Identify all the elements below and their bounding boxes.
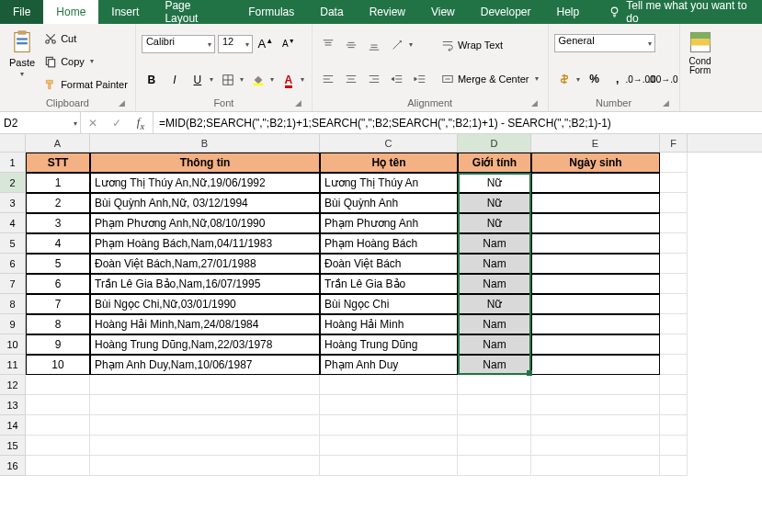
cell-name[interactable]: Hoàng Trung Dũng [320, 334, 458, 355]
decrease-indent-button[interactable] [387, 69, 407, 89]
cell-name[interactable]: Phạm Anh Duy [320, 355, 458, 375]
bold-button[interactable]: B [142, 70, 162, 90]
insert-function-button[interactable]: fx [129, 115, 153, 131]
cell[interactable] [531, 415, 660, 436]
cell-stt[interactable]: 5 [26, 254, 90, 274]
cell[interactable] [660, 254, 688, 274]
cell[interactable] [90, 415, 320, 436]
cell-sex[interactable]: Nam [458, 334, 531, 355]
cell-info[interactable]: Bùi Ngọc Chi,Nữ,03/01/1990 [90, 294, 320, 314]
paste-button[interactable]: Paste ▾ [6, 28, 39, 96]
cell-stt[interactable]: 3 [26, 213, 90, 233]
orientation-button[interactable]: ▾ [387, 35, 415, 55]
borders-button[interactable]: ▾ [218, 70, 245, 90]
row-header[interactable]: 8 [0, 294, 26, 314]
cell[interactable] [660, 274, 688, 294]
cell[interactable] [660, 233, 688, 254]
row-header[interactable]: 7 [0, 274, 26, 294]
cell-sex[interactable]: Nam [458, 233, 531, 254]
cell[interactable] [320, 436, 458, 456]
cell[interactable] [660, 173, 688, 193]
cell-dob[interactable] [531, 233, 660, 254]
align-left-button[interactable] [318, 69, 338, 89]
cell[interactable] [26, 375, 90, 395]
cell-name[interactable]: Phạm Phương Anh [320, 213, 458, 233]
fill-color-button[interactable]: ▾ [248, 70, 276, 90]
row-header[interactable]: 10 [0, 334, 26, 355]
accounting-format-button[interactable]: ▾ [554, 69, 582, 89]
cell-dob[interactable] [531, 355, 660, 375]
font-name-select[interactable]: Calibri▾ [142, 35, 215, 53]
tab-review[interactable]: Review [357, 0, 418, 24]
formula-input[interactable]: =MID(B2;SEARCH(",";B2;1)+1;SEARCH(",";B2… [154, 112, 762, 133]
cell[interactable] [320, 395, 458, 415]
font-size-select[interactable]: 12▾ [218, 35, 253, 53]
wrap-text-button[interactable]: Wrap Text [439, 38, 542, 52]
cancel-formula-button[interactable]: ✕ [81, 117, 105, 130]
tab-file[interactable]: File [0, 0, 43, 24]
cell[interactable] [660, 415, 688, 436]
dialog-launcher-icon[interactable]: ◢ [293, 98, 304, 109]
cell-info[interactable]: Phạm Hoàng Bách,Nam,04/11/1983 [90, 233, 320, 254]
percent-button[interactable]: % [585, 69, 605, 89]
row-header[interactable]: 12 [0, 375, 26, 395]
cell[interactable] [531, 375, 660, 395]
cell[interactable] [320, 456, 458, 476]
format-painter-button[interactable]: Format Painter [42, 77, 130, 92]
cell[interactable] [320, 375, 458, 395]
cell[interactable] [458, 436, 531, 456]
cell[interactable] [90, 395, 320, 415]
tab-formulas[interactable]: Formulas [235, 0, 307, 24]
row-header[interactable]: 16 [0, 456, 26, 476]
cell[interactable] [531, 436, 660, 456]
cell-dob[interactable] [531, 193, 660, 213]
header-gioitinh[interactable]: Giới tính [458, 153, 531, 173]
row-header[interactable]: 6 [0, 254, 26, 274]
decrease-decimal-button[interactable]: .00→.0 [654, 69, 674, 89]
increase-decimal-button[interactable]: .0→.00 [631, 69, 651, 89]
row-header[interactable]: 5 [0, 233, 26, 254]
cell-sex[interactable]: Nữ [458, 294, 531, 314]
cell-name[interactable]: Bùi Ngọc Chi [320, 294, 458, 314]
cell[interactable] [90, 436, 320, 456]
underline-button[interactable]: U▾ [188, 70, 215, 90]
cell-stt[interactable]: 4 [26, 233, 90, 254]
cell[interactable] [660, 314, 688, 334]
header-stt[interactable]: STT [26, 153, 90, 173]
col-header-f[interactable]: F [660, 134, 688, 152]
dialog-launcher-icon[interactable]: ◢ [529, 98, 540, 109]
col-header-c[interactable]: C [320, 134, 458, 152]
cell-sex[interactable]: Nam [458, 314, 531, 334]
cell-name[interactable]: Hoàng Hải Minh [320, 314, 458, 334]
copy-button[interactable]: Copy ▾ [42, 54, 130, 69]
cell-info[interactable]: Lương Thị Thúy An,Nữ,19/06/1992 [90, 173, 320, 193]
decrease-font-button[interactable]: A▼ [279, 34, 299, 54]
cell[interactable] [320, 415, 458, 436]
col-header-e[interactable]: E [531, 134, 660, 152]
cell[interactable] [531, 395, 660, 415]
cell[interactable] [26, 415, 90, 436]
cell[interactable] [660, 395, 688, 415]
row-header[interactable]: 11 [0, 355, 26, 375]
cell-sex[interactable]: Nữ [458, 173, 531, 193]
row-header[interactable]: 1 [0, 153, 26, 173]
increase-indent-button[interactable] [410, 69, 430, 89]
col-header-a[interactable]: A [26, 134, 90, 152]
cell-stt[interactable]: 8 [26, 314, 90, 334]
cut-button[interactable]: Cut [42, 31, 130, 46]
cell-dob[interactable] [531, 334, 660, 355]
cell[interactable] [660, 193, 688, 213]
dialog-launcher-icon[interactable]: ◢ [661, 98, 672, 109]
name-box-input[interactable] [4, 117, 59, 130]
cell-info[interactable]: Bùi Quỳnh Anh,Nữ, 03/12/1994 [90, 193, 320, 213]
cell[interactable] [90, 375, 320, 395]
tab-insert[interactable]: Insert [98, 0, 152, 24]
row-header[interactable]: 3 [0, 193, 26, 213]
cell-name[interactable]: Đoàn Việt Bách [320, 254, 458, 274]
cell[interactable] [90, 456, 320, 476]
row-header[interactable]: 2 [0, 173, 26, 193]
tab-developer[interactable]: Developer [468, 0, 544, 24]
cell-dob[interactable] [531, 294, 660, 314]
cell-name[interactable]: Bùi Quỳnh Anh [320, 193, 458, 213]
cell-info[interactable]: Trần Lê Gia Bảo,Nam,16/07/1995 [90, 274, 320, 294]
